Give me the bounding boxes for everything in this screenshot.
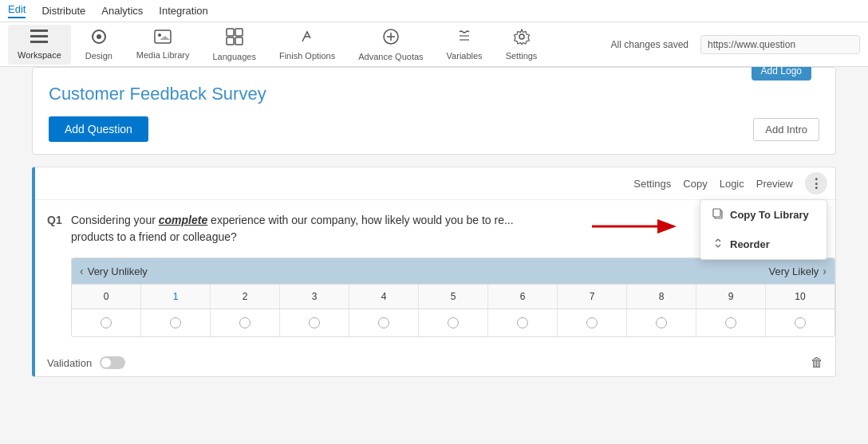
toolbar-settings[interactable]: Settings xyxy=(496,25,547,65)
svg-point-17 xyxy=(519,34,524,39)
nav-integration[interactable]: Integration xyxy=(159,5,207,17)
radio-circle xyxy=(586,317,598,328)
toolbar-variables[interactable]: Variables xyxy=(437,25,492,65)
scale-cell-4: 4 xyxy=(349,285,419,308)
svg-marker-6 xyxy=(160,36,170,40)
scale-cell-2: 2 xyxy=(211,285,280,308)
radio-circle xyxy=(309,317,320,328)
question-number: Q1 xyxy=(47,212,71,246)
scale-cell-5: 5 xyxy=(419,285,488,308)
scale-cell-0: 0 xyxy=(72,285,141,308)
top-navigation: Edit Distribute Analytics Integration xyxy=(0,0,868,22)
settings-icon xyxy=(514,29,530,49)
copy-icon xyxy=(712,208,724,222)
copy-link[interactable]: Copy xyxy=(683,178,707,190)
settings-link[interactable]: Settings xyxy=(633,178,671,190)
scale-cell-3: 3 xyxy=(280,285,349,308)
reorder-label: Reorder xyxy=(730,238,770,250)
validation-row: Validation 🗑 xyxy=(35,349,835,376)
svg-rect-5 xyxy=(155,30,171,43)
media-library-icon xyxy=(154,29,172,48)
toggle-knob xyxy=(101,358,111,367)
svg-rect-11 xyxy=(235,37,243,45)
toolbar-design[interactable]: Design xyxy=(75,25,123,65)
svg-point-4 xyxy=(97,34,101,39)
toolbar-languages-label: Languages xyxy=(212,52,255,61)
toolbar-languages[interactable]: Languages xyxy=(203,25,265,65)
radio-circle xyxy=(517,317,528,328)
nav-analytics[interactable]: Analytics xyxy=(101,5,143,17)
svg-rect-9 xyxy=(235,29,243,36)
question-block: Settings Copy Logic Preview ⋮ Copy To Li… xyxy=(32,167,836,377)
delete-question-button[interactable]: 🗑 xyxy=(811,356,823,370)
scale-right-label: Very Likely xyxy=(768,265,823,277)
toolbar-design-label: Design xyxy=(85,51,112,61)
svg-rect-2 xyxy=(30,41,48,43)
add-intro-button[interactable]: Add Intro xyxy=(753,118,819,141)
scale-radio-10[interactable] xyxy=(766,309,834,336)
advance-quotas-icon xyxy=(382,28,400,49)
scale-cell-8: 8 xyxy=(627,285,696,308)
scale-cell-10: 10 xyxy=(766,285,834,308)
variables-icon xyxy=(456,29,472,49)
scale-radios xyxy=(72,309,834,336)
dropdown-menu: Copy To Library Reorder xyxy=(700,199,827,260)
svg-rect-8 xyxy=(227,29,234,36)
survey-header: Add Logo Customer Feedback Survey Add Qu… xyxy=(32,67,836,155)
scale-left-label: Very Unlikely xyxy=(84,265,148,277)
scale-cell-1: 1 xyxy=(141,285,211,308)
question-toolbar: Settings Copy Logic Preview ⋮ Copy To Li… xyxy=(35,167,835,200)
copy-to-library-item[interactable]: Copy To Library xyxy=(700,200,827,230)
survey-title: Customer Feedback Survey xyxy=(49,84,819,104)
scale-cell-9: 9 xyxy=(696,285,766,308)
survey-header-actions: Add Question Add Intro xyxy=(49,116,819,142)
scale-radio-5[interactable] xyxy=(419,309,488,336)
radio-circle xyxy=(725,317,736,328)
nav-edit[interactable]: Edit xyxy=(8,3,26,18)
scale-radio-4[interactable] xyxy=(349,309,419,336)
scale-next-btn[interactable]: › xyxy=(823,265,827,277)
reorder-item[interactable]: Reorder xyxy=(700,230,827,259)
radio-circle xyxy=(448,317,459,328)
ellipsis-icon: ⋮ xyxy=(810,176,823,191)
scale-header: ‹ Very Unlikely Very Likely › xyxy=(72,258,834,284)
scale-radio-1[interactable] xyxy=(141,309,211,336)
svg-rect-19 xyxy=(713,209,720,217)
validation-toggle[interactable] xyxy=(100,356,125,369)
toolbar-variables-label: Variables xyxy=(447,51,483,61)
nav-distribute[interactable]: Distribute xyxy=(41,5,85,17)
svg-point-7 xyxy=(158,33,161,37)
add-question-button[interactable]: Add Question xyxy=(49,116,148,142)
scale-radio-3[interactable] xyxy=(280,309,349,336)
scale-radio-9[interactable] xyxy=(696,309,766,336)
scale-radio-2[interactable] xyxy=(211,309,280,336)
radio-circle xyxy=(795,317,806,328)
scale-radio-0[interactable] xyxy=(72,309,141,336)
scale-numbers: 0 1 2 3 4 5 6 7 8 9 10 xyxy=(72,284,834,309)
toolbar: Workspace Design Media Library Languages… xyxy=(0,22,868,67)
scale-radio-8[interactable] xyxy=(627,309,696,336)
toolbar-media-library[interactable]: Media Library xyxy=(127,25,199,65)
more-options-button[interactable]: ⋮ Copy To Library xyxy=(805,172,827,194)
preview-link[interactable]: Preview xyxy=(756,178,793,190)
radio-circle xyxy=(170,317,181,328)
scale-cell-7: 7 xyxy=(558,285,627,308)
toolbar-workspace-label: Workspace xyxy=(18,50,61,60)
toolbar-advance-quotas[interactable]: Advance Quotas xyxy=(349,25,432,65)
toolbar-finish-options[interactable]: Finish Options xyxy=(270,25,345,65)
svg-rect-0 xyxy=(30,29,48,32)
radio-circle xyxy=(239,317,251,328)
toolbar-advance-quotas-label: Advance Quotas xyxy=(358,52,423,61)
question-text: Considering your complete experience wit… xyxy=(71,212,514,246)
logic-link[interactable]: Logic xyxy=(720,178,744,190)
toolbar-workspace[interactable]: Workspace xyxy=(8,25,71,65)
survey-url[interactable]: https://www.question xyxy=(700,35,860,54)
workspace-icon xyxy=(30,29,48,48)
scale-radio-6[interactable] xyxy=(488,309,558,336)
toolbar-media-library-label: Media Library xyxy=(136,50,190,60)
languages-icon xyxy=(226,28,243,49)
main-content: Add Logo Customer Feedback Survey Add Qu… xyxy=(0,67,868,444)
scale-radio-7[interactable] xyxy=(558,309,627,336)
add-logo-button[interactable]: Add Logo xyxy=(752,67,811,81)
copy-to-library-label: Copy To Library xyxy=(730,209,809,221)
